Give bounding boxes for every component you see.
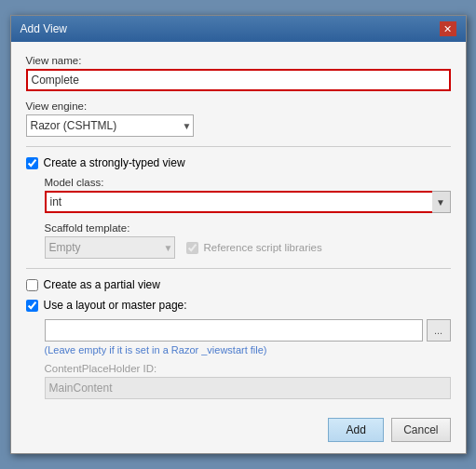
content-placeholder-input [45,377,451,399]
cancel-button[interactable]: Cancel [391,418,450,442]
indented-section: Model class: ▼ Scaffold template: Empty … [45,177,451,259]
view-name-input[interactable] [26,69,451,91]
ref-scripts-row: Reference script libraries [186,242,322,254]
divider-2 [26,268,451,269]
view-engine-label: View engine: [26,100,451,112]
layout-row: Use a layout or master page: [26,299,451,312]
model-class-combo: ▼ [45,191,451,213]
add-view-dialog: Add View ✕ View name: View engine: Razor… [10,15,467,454]
layout-checkbox[interactable] [26,300,38,312]
strongly-typed-checkbox[interactable] [26,157,38,169]
model-class-dropdown-btn[interactable]: ▼ [432,191,451,213]
model-class-group: Model class: ▼ [45,177,451,213]
view-engine-select[interactable]: Razor (CSHTML) ASPX [26,114,194,137]
ref-scripts-label: Reference script libraries [204,242,322,253]
layout-input-section: ... (Leave empty if it is set in a Razor… [45,319,451,355]
close-button[interactable]: ✕ [440,21,456,36]
scaffold-template-group: Scaffold template: Empty ▼ Reference scr… [45,222,451,259]
model-class-input[interactable] [45,191,451,213]
browse-button[interactable]: ... [427,319,451,342]
divider-1 [26,146,451,147]
layout-hint: (Leave empty if it is set in a Razor _vi… [45,344,451,355]
partial-view-checkbox[interactable] [26,279,38,291]
strongly-typed-label: Create a strongly-typed view [44,156,185,169]
layout-input-row: ... [45,319,451,342]
partial-view-label: Create as a partial view [44,278,160,291]
scaffold-select-wrap: Empty ▼ [45,236,175,259]
model-class-label: Model class: [45,177,451,188]
scaffold-template-select: Empty [45,236,175,259]
add-button[interactable]: Add [328,418,384,442]
title-bar: Add View ✕ [11,16,466,42]
partial-view-row: Create as a partial view [26,278,451,291]
view-engine-wrapper: Razor (CSHTML) ASPX ▼ [26,114,194,137]
dialog-title: Add View [20,22,67,35]
view-name-label: View name: [26,55,451,66]
ref-scripts-checkbox [186,242,198,254]
dialog-body: View name: View engine: Razor (CSHTML) A… [11,42,466,410]
layout-path-input[interactable] [45,319,423,342]
layout-label: Use a layout or master page: [44,299,187,312]
view-engine-group: View engine: Razor (CSHTML) ASPX ▼ [26,100,451,137]
dialog-footer: Add Cancel [11,410,466,453]
scaffold-template-label: Scaffold template: [45,222,451,234]
content-placeholder-section: ContentPlaceHolder ID: [45,363,451,399]
scaffold-row: Empty ▼ Reference script libraries [45,236,451,259]
view-name-group: View name: [26,55,451,91]
strongly-typed-row: Create a strongly-typed view [26,156,451,169]
content-placeholder-label: ContentPlaceHolder ID: [45,363,451,374]
